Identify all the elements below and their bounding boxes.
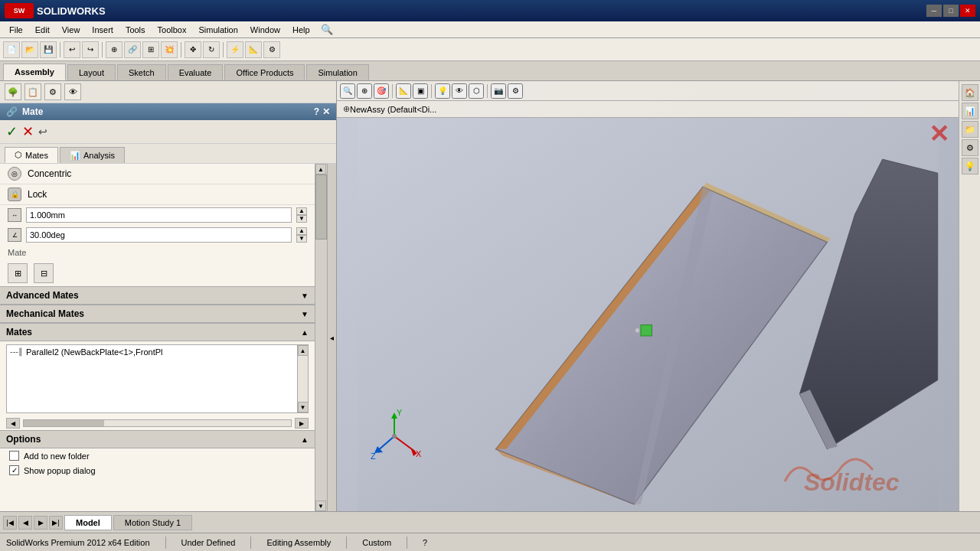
sub-tab-mates[interactable]: ⬡ Mates: [5, 147, 58, 163]
panel-scrollbar: ▲ ▼: [315, 164, 327, 511]
help-search-icon[interactable]: 🔍: [321, 24, 333, 35]
nav-start-btn[interactable]: |◀: [3, 516, 17, 530]
menu-edit[interactable]: Edit: [29, 24, 56, 36]
menu-tools[interactable]: Tools: [119, 24, 152, 36]
mechanical-mates-section[interactable]: Mechanical Mates ▼: [0, 305, 315, 323]
add-folder-checkbox[interactable]: [9, 451, 19, 461]
panel-toolbar: 🌳 📋 ⚙ 👁: [0, 81, 336, 103]
menu-toolbox[interactable]: Toolbox: [152, 24, 193, 36]
restore-button[interactable]: □: [943, 5, 959, 17]
mates-section[interactable]: Mates ▲: [0, 323, 315, 341]
angle-up-btn[interactable]: ▲: [296, 227, 307, 235]
vp-display-style[interactable]: ▣: [413, 83, 428, 99]
toolbar-redo[interactable]: ↪: [82, 41, 99, 58]
vp-section[interactable]: 📐: [396, 83, 411, 99]
status-help-btn[interactable]: ?: [423, 538, 427, 547]
panel-collapse-handle[interactable]: ◂: [327, 164, 336, 511]
menu-insert[interactable]: Insert: [86, 24, 119, 36]
tab-evaluate[interactable]: Evaluate: [168, 64, 224, 80]
toolbar-open[interactable]: 📂: [21, 41, 38, 58]
vp-orient[interactable]: 🎯: [374, 83, 389, 99]
toolbar-new[interactable]: 📄: [3, 41, 20, 58]
nav-next-btn[interactable]: ▶: [34, 516, 47, 530]
toolbar-move[interactable]: ✥: [185, 41, 201, 58]
panel-feature-tree-btn[interactable]: 🌳: [5, 83, 21, 100]
scroll-down-btn[interactable]: ▼: [298, 402, 309, 412]
bottom-padding: [0, 478, 315, 493]
toolbar-pattern[interactable]: ⊞: [142, 41, 159, 58]
nav-end-btn[interactable]: ▶|: [49, 516, 63, 530]
cancel-button[interactable]: ✕: [22, 123, 34, 140]
panel-header-buttons: ? ✕: [314, 106, 330, 117]
tab-office-products[interactable]: Office Products: [224, 64, 305, 80]
toolbar-insert-comp[interactable]: ⊕: [106, 41, 122, 58]
angle-input[interactable]: [26, 227, 292, 243]
vp-hide-show[interactable]: 👁: [452, 83, 467, 99]
scroll-up-btn[interactable]: ▲: [298, 345, 309, 356]
options-section[interactable]: Options ▲: [0, 430, 315, 448]
nav-prev-btn[interactable]: ◀: [18, 516, 32, 530]
tab-assembly[interactable]: Assembly: [3, 64, 66, 80]
toolbar-rotate[interactable]: ↻: [203, 41, 220, 58]
angle-down-btn[interactable]: ▼: [296, 235, 307, 243]
grid-icon-2[interactable]: ⊟: [34, 263, 54, 283]
toolbar-save[interactable]: 💾: [40, 41, 57, 58]
back-button[interactable]: ↩: [38, 126, 47, 138]
scroll-left-btn[interactable]: ◀: [6, 418, 20, 429]
vp-appearance[interactable]: ⬡: [469, 83, 484, 99]
distance-input[interactable]: [26, 207, 292, 223]
panel-close-btn[interactable]: ✕: [322, 106, 330, 117]
menu-file[interactable]: File: [3, 24, 29, 36]
bottom-tab-motion-study[interactable]: Motion Study 1: [113, 515, 192, 530]
main-area: 🌳 📋 ⚙ 👁 🔗 Mate ? ✕ ✓ ✕ ↩ ⬡ Ma: [0, 81, 980, 511]
panel-config-btn[interactable]: ⚙: [44, 83, 61, 100]
menu-window[interactable]: Window: [244, 24, 286, 36]
x-overlay: ✕: [929, 119, 949, 148]
panel-scroll-top[interactable]: ▲: [315, 164, 326, 174]
toolbar-smart-mates[interactable]: ⚡: [227, 41, 243, 58]
mates-listbox[interactable]: ---∥ Parallel2 (NewBackPlate<1>,FrontPl …: [6, 344, 309, 413]
bottom-tab-model[interactable]: Model: [64, 515, 112, 530]
menu-help[interactable]: Help: [286, 24, 316, 36]
vp-settings[interactable]: ⚙: [508, 83, 523, 99]
scroll-right-btn[interactable]: ▶: [295, 418, 309, 429]
right-icon-settings[interactable]: ⚙: [962, 139, 978, 156]
vp-zoom-fit[interactable]: ⊕: [357, 83, 372, 99]
distance-up-btn[interactable]: ▲: [296, 207, 307, 215]
right-icon-light[interactable]: 💡: [962, 158, 978, 174]
solidtec-logo: Solidtec: [781, 451, 949, 504]
lock-icon: 🔒: [8, 187, 21, 201]
close-button[interactable]: ✕: [960, 5, 975, 17]
right-icon-chart[interactable]: 📊: [962, 103, 978, 119]
panel-display-btn[interactable]: 👁: [64, 83, 81, 100]
minimize-button[interactable]: ─: [926, 5, 942, 17]
panel-scroll-bottom[interactable]: ▼: [315, 500, 326, 511]
grid-icon-1[interactable]: ⊞: [8, 263, 28, 283]
horiz-scrollbar-track[interactable]: [23, 419, 292, 427]
toolbar-mate[interactable]: 🔗: [124, 41, 141, 58]
distance-down-btn[interactable]: ▼: [296, 215, 307, 223]
vp-lights[interactable]: 💡: [435, 83, 450, 99]
toolbar-ref-geom[interactable]: 📐: [245, 41, 262, 58]
tab-sketch[interactable]: Sketch: [117, 64, 166, 80]
tab-simulation[interactable]: Simulation: [306, 64, 368, 80]
menu-simulation[interactable]: Simulation: [192, 24, 243, 36]
sub-tab-analysis[interactable]: 📊 Analysis: [60, 147, 125, 163]
tab-layout[interactable]: Layout: [67, 64, 116, 80]
vp-camera[interactable]: 📷: [491, 83, 506, 99]
vp-zoom-in[interactable]: 🔍: [340, 83, 355, 99]
show-popup-checkbox[interactable]: ✓: [9, 465, 19, 475]
panel-help-btn[interactable]: ?: [314, 106, 319, 117]
options-chevron: ▲: [301, 435, 309, 444]
confirm-button[interactable]: ✓: [6, 123, 18, 140]
advanced-mates-section[interactable]: Advanced Mates ▼: [0, 286, 315, 305]
menu-view[interactable]: View: [56, 24, 87, 36]
right-icon-home[interactable]: 🏠: [962, 84, 978, 101]
toolbar-explode[interactable]: 💥: [161, 41, 178, 58]
options-label: Options: [6, 434, 41, 445]
origin-dot: [392, 434, 397, 439]
toolbar-assembly-features[interactable]: ⚙: [263, 41, 280, 58]
panel-property-btn[interactable]: 📋: [24, 83, 41, 100]
toolbar-undo[interactable]: ↩: [64, 41, 80, 58]
right-icon-folder[interactable]: 📁: [962, 121, 978, 138]
